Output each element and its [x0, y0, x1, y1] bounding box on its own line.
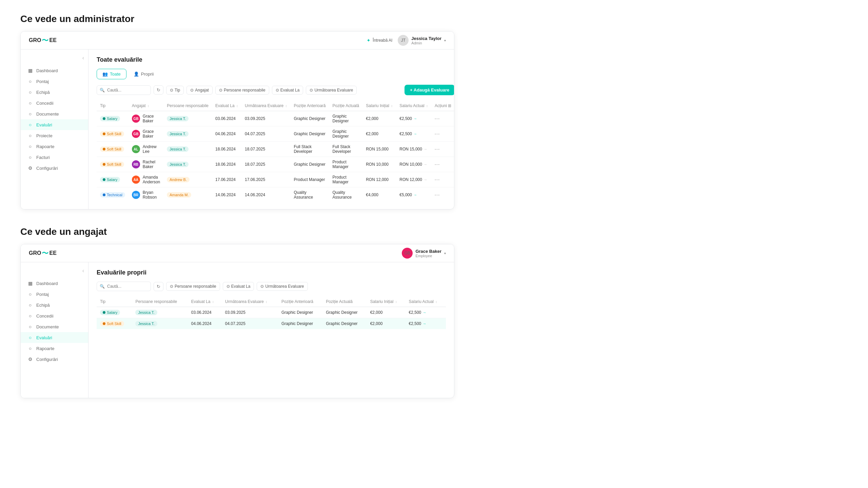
emp-sidebar-evaluari[interactable]: ○ Evaluări: [21, 332, 88, 343]
add-evaluare-button[interactable]: + Adaugă Evaluare: [405, 85, 454, 95]
tab-proprii-icon: 👤: [134, 72, 139, 77]
emp-sidebar-configurari[interactable]: ⚙ Configurări: [21, 354, 88, 365]
cell-urmatoarea: 18.07.2025: [241, 157, 290, 172]
emp-sidebar-pontaj[interactable]: ○ Pontaj: [21, 289, 88, 300]
admin-user-info[interactable]: JT Jessica Taylor Admin ▾: [398, 35, 446, 46]
cell-actions[interactable]: ···: [431, 172, 454, 187]
search-wrap: 🔍: [97, 85, 151, 95]
cell-actions[interactable]: ···: [431, 142, 454, 157]
emp-filter-urmatoarea[interactable]: ⊙ Următoarea Evaluare: [257, 282, 308, 291]
filter-urmatoarea[interactable]: ⊙ Următoarea Evaluare: [306, 86, 357, 95]
admin-app-header: GRO 〜 EE ✦ Întreabă AI JT Jessica Taylor…: [21, 32, 454, 49]
cell-sal-actual: RON 15,000 →: [396, 142, 431, 157]
admin-main-content: Toate evaluările 👥 Toate 👤 Proprii �: [88, 49, 454, 209]
responsible-badge[interactable]: Jessica T.: [135, 310, 157, 315]
person-name: Grace Baker: [143, 114, 160, 123]
salary-actual-cell: €2,500 →: [409, 321, 442, 326]
employee-sidebar-collapse[interactable]: ‹: [21, 268, 88, 278]
cell-responsabil[interactable]: Jessica T.: [163, 142, 212, 157]
filter-persoane[interactable]: ⊙ Persoane responsabile: [215, 86, 269, 95]
type-dot: [103, 163, 105, 166]
table-row: Soft Skill AL Andrew Lee Jessica T. 18.0…: [97, 142, 454, 157]
emp-sidebar-concedii[interactable]: ○ Concedii: [21, 310, 88, 321]
logo: GRO 〜 EE: [29, 36, 57, 45]
tab-toate[interactable]: 👥 Toate: [97, 69, 126, 79]
emp-cell-evaluat-la: 04.06.2024: [188, 318, 222, 329]
emp-refresh-button[interactable]: ↻: [154, 282, 163, 291]
responsible-badge[interactable]: Jessica T.: [167, 131, 189, 137]
dashboard-icon: ▦: [27, 68, 33, 73]
salary-actual-cell: €2,500 →: [399, 116, 428, 121]
person-name: Bryan Robson: [143, 190, 160, 200]
sidebar-label-configurari: Configurări: [36, 166, 58, 171]
emp-filter-persoane[interactable]: ⊙ Persoane responsabile: [166, 282, 220, 291]
cell-responsabil[interactable]: Jessica T.: [163, 157, 212, 172]
emp-col-sal-initial: Salariu Inițial ↕: [367, 297, 406, 307]
col-poz-anterioara: Poziție Anterioară: [290, 101, 329, 111]
cell-actions[interactable]: ···: [431, 187, 454, 203]
sidebar-item-facturi[interactable]: ○ Facturi: [21, 152, 88, 163]
header-right: ✦ Întreabă AI JT Jessica Taylor Admin ▾: [367, 35, 446, 46]
cell-responsabil[interactable]: Jessica T.: [163, 126, 212, 142]
table-row: Soft Skill Jessica T. 04.06.2024 04.07.2…: [97, 318, 446, 329]
refresh-button[interactable]: ↻: [154, 85, 163, 95]
emp-sidebar-echipa[interactable]: ○ Echipă: [21, 300, 88, 310]
cell-responsabil[interactable]: Jessica T.: [163, 111, 212, 126]
emp-col-poz-actuala: Poziție Actuală: [322, 297, 367, 307]
salary-value: €2,500: [399, 116, 412, 121]
emp-sidebar-label-concedii: Concedii: [36, 313, 54, 319]
responsible-badge[interactable]: Jessica T.: [135, 321, 157, 326]
employee-logo-ee: EE: [49, 250, 56, 256]
emp-sidebar-rapoarte[interactable]: ○ Rapoarte: [21, 343, 88, 354]
ask-ai-button[interactable]: ✦ Întreabă AI: [367, 38, 392, 43]
employee-user-info[interactable]: GB Grace Baker Employee ▾: [402, 248, 446, 259]
sidebar-item-dashboard[interactable]: ▦ Dashboard: [21, 65, 88, 76]
sidebar-label-evaluari: Evaluări: [36, 122, 52, 127]
sidebar-collapse[interactable]: ‹: [21, 55, 88, 65]
type-badge: Technical: [100, 192, 125, 198]
search-input[interactable]: [97, 85, 151, 95]
person-avatar: GB: [132, 130, 140, 138]
emp-cell-responsabil[interactable]: Jessica T.: [132, 318, 188, 329]
salary-actual-cell: RON 12,000 →: [399, 177, 428, 182]
cell-actions[interactable]: ···: [431, 111, 454, 126]
filter-angajat[interactable]: ⊙ Angajat: [186, 86, 213, 95]
sidebar-item-rapoarte[interactable]: ○ Rapoarte: [21, 141, 88, 152]
employee-collapse-icon[interactable]: ‹: [82, 268, 84, 274]
cell-tip: Salary: [97, 111, 129, 126]
tab-proprii[interactable]: 👤 Proprii: [128, 69, 160, 79]
collapse-icon[interactable]: ‹: [82, 55, 84, 61]
responsible-badge[interactable]: Andrew B.: [167, 177, 190, 182]
emp-sidebar-dashboard[interactable]: ▦ Dashboard: [21, 278, 88, 289]
salary-value: RON 12,000: [399, 177, 422, 182]
sidebar-item-evaluari[interactable]: ○ Evaluări: [21, 119, 88, 130]
emp-sidebar-label-rapoarte: Rapoarte: [36, 346, 54, 351]
sidebar-item-concedii[interactable]: ○ Concedii: [21, 98, 88, 108]
emp-cell-sal-actual: €2,500 →: [406, 318, 446, 329]
emp-cell-responsabil[interactable]: Jessica T.: [132, 307, 188, 318]
salary-value: €2,500: [409, 321, 421, 326]
sidebar-item-documente[interactable]: ○ Documente: [21, 108, 88, 119]
sidebar-item-proiecte[interactable]: ○ Proiecte: [21, 130, 88, 141]
salary-value: €5,000: [399, 192, 412, 197]
responsible-badge[interactable]: Jessica T.: [167, 162, 189, 167]
cell-actions[interactable]: ···: [431, 157, 454, 172]
emp-filter-evaluat[interactable]: ⊙ Evaluat La: [223, 282, 254, 291]
cell-actions[interactable]: ···: [431, 126, 454, 142]
emp-sidebar-documente[interactable]: ○ Documente: [21, 321, 88, 332]
responsible-badge[interactable]: Jessica T.: [167, 116, 189, 121]
cell-responsabil[interactable]: Amanda M.: [163, 187, 212, 203]
cell-poz-actuala: Graphic Designer: [329, 111, 362, 126]
emp-search-input[interactable]: [97, 282, 151, 291]
tab-proprii-label: Proprii: [141, 72, 154, 77]
sidebar-item-echipa[interactable]: ○ Echipă: [21, 87, 88, 98]
filter-tip[interactable]: ⊙ Tip: [166, 86, 184, 95]
filter-evaluat-la[interactable]: ⊙ Evaluat La: [272, 86, 303, 95]
sidebar-item-configurari[interactable]: ⚙ Configurări: [21, 163, 88, 174]
responsible-badge[interactable]: Amanda M.: [167, 192, 191, 198]
sidebar-item-pontaj[interactable]: ○ Pontaj: [21, 76, 88, 87]
responsible-badge[interactable]: Jessica T.: [167, 146, 189, 152]
ai-icon: ✦: [367, 38, 371, 43]
cell-poz-anterioara: Full Stack Developer: [290, 142, 329, 157]
cell-responsabil[interactable]: Andrew B.: [163, 172, 212, 187]
